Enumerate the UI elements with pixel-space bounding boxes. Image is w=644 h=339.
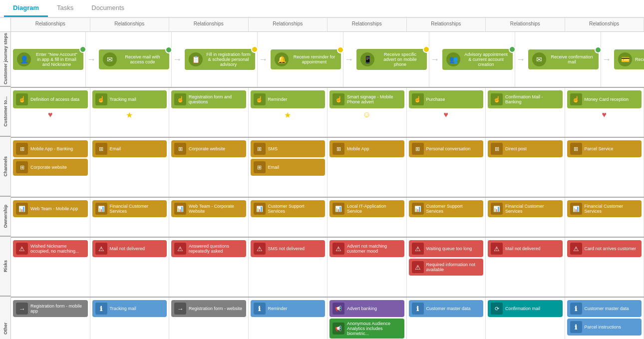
ow-cell-4: 📊 Customer Support Services — [249, 198, 328, 237]
journey-step-3[interactable]: 📋 Fill in registration form & schedule p… — [185, 49, 255, 70]
app-container: Diagram Tasks Documents Customer journey… — [0, 0, 644, 339]
ow-card-2[interactable]: 📊 Financial Customer Services — [92, 200, 167, 217]
tp-card-1[interactable]: ☝ Definition of access data — [13, 90, 88, 108]
ri-card-7[interactable]: ⚠ Mail not delivered — [488, 240, 563, 257]
main-grid: Customer journey steps Customer to... Ch… — [0, 18, 644, 339]
journey-step-8[interactable]: 💳 Receive money card — [614, 49, 644, 69]
ot-cell-8: ℹ Customer master data ℹ Parcel instruct… — [565, 298, 644, 339]
ch-card-8[interactable]: ⊞ Parcel Service — [567, 140, 642, 157]
tp-card-5[interactable]: ☝ Smart signage - Mobile Phone advert — [329, 90, 404, 108]
ot-card-8a[interactable]: ℹ Customer master data — [567, 300, 642, 317]
ri-card-8[interactable]: ⚠ Card not arrives customer — [567, 240, 642, 257]
ow-cell-7: 📊 Financial Customer Services — [486, 198, 565, 237]
tp-cell-1: ☝ Definition of access data ♥ — [11, 88, 90, 137]
ot-card-6[interactable]: ℹ Customer master data — [409, 300, 484, 317]
journey-cell-5: 📱 Receive specific advert on mobile phon… — [354, 32, 429, 87]
tp-card-2[interactable]: ☝ Tracking mail — [92, 90, 167, 108]
ot-cell-6: ℹ Customer master data — [407, 298, 486, 339]
tp-cell-7: ☝ Confirmation Mail - Banking — [486, 88, 565, 137]
tp-card-6[interactable]: ☝ Purchase — [409, 90, 484, 108]
ri-card-5[interactable]: ⚠ Advert not matching customer mood — [329, 240, 404, 257]
journey-cell-1: 👤 Enter "New Account" in app & fill in E… — [11, 32, 86, 87]
journey-arrow-4: → — [343, 54, 354, 65]
ri-cell-5: ⚠ Advert not matching customer mood — [327, 238, 407, 297]
ow-cell-8: 📊 Financial Customer Services — [565, 198, 644, 237]
ri-card-4[interactable]: ⚠ SMS not delivered — [251, 240, 325, 257]
ch-card-3[interactable]: ⊞ Corporate website — [171, 140, 246, 157]
ow-card-1[interactable]: 📊 Web Team - Mobile App — [13, 200, 88, 217]
ow-cell-1: 📊 Web Team - Mobile App — [11, 198, 90, 237]
ch-card-7[interactable]: ⊞ Direct post — [488, 140, 563, 157]
ri-card-2[interactable]: ⚠ Mail not delivered — [92, 240, 167, 257]
ch-card-1b[interactable]: ⊞ Corporate website — [13, 159, 88, 176]
ch-cell-7: ⊞ Direct post — [486, 138, 565, 197]
tp-sentiment-8: ♥ — [567, 110, 642, 119]
ri-card-6b[interactable]: ⚠ Required information not available — [409, 259, 484, 276]
ot-card-3[interactable]: → Registration form - website — [171, 300, 246, 317]
tp-card-3[interactable]: ☝ Registration form and questions — [171, 90, 246, 108]
ch-card-4a[interactable]: ⊞ SMS — [251, 140, 325, 157]
ot-cell-3: → Registration form - website — [169, 298, 249, 339]
tab-diagram[interactable]: Diagram — [4, 0, 48, 17]
ow-card-3[interactable]: 📊 Web Team - Corporate Website — [171, 200, 246, 217]
ow-cell-2: 📊 Financial Customer Services — [90, 198, 170, 237]
ow-card-5[interactable]: 📊 Local IT-Application Service — [329, 200, 404, 217]
ch-card-5[interactable]: ⊞ Mobile App — [329, 140, 404, 157]
ot-card-5b[interactable]: 📢 Anonymous Audience Analytics includes … — [329, 319, 404, 339]
ri-cell-1: ⚠ Wished Nickname occupied, no matching.… — [11, 238, 90, 297]
journey-step-7[interactable]: ✉ Receive confirmation mail — [528, 49, 599, 69]
row-labels-column: Customer journey steps Customer to... Ch… — [0, 18, 11, 339]
touchpoints-row: ☝ Definition of access data ♥ ☝ Tracking… — [11, 88, 644, 138]
ow-card-4[interactable]: 📊 Customer Support Services — [251, 200, 325, 217]
ri-cell-3: ⚠ Answered questions repeatedly asked — [169, 238, 249, 297]
tp-card-7[interactable]: ☝ Confirmation Mail - Banking — [488, 90, 563, 108]
journey-step-6[interactable]: 👥 Advisory appointment & current account… — [442, 49, 513, 70]
ot-card-1[interactable]: → Registration form - mobile app — [13, 300, 88, 317]
tp-card-8[interactable]: ☝ Money Card reception — [567, 90, 642, 108]
ri-cell-7: ⚠ Mail not delivered — [486, 238, 565, 297]
journey-row: 👤 Enter "New Account" in app & fill in E… — [11, 32, 644, 88]
ch-card-2[interactable]: ⊞ Email — [92, 140, 167, 157]
ch-cell-3: ⊞ Corporate website — [169, 138, 249, 197]
ri-cell-8: ⚠ Card not arrives customer — [565, 238, 644, 297]
ot-card-8b[interactable]: ℹ Parcel instructions — [567, 319, 642, 336]
ri-card-6a[interactable]: ⚠ Waiting queue too long — [409, 240, 484, 257]
journey-step-1[interactable]: 👤 Enter "New Account" in app & fill in E… — [13, 49, 83, 70]
ri-card-3[interactable]: ⚠ Answered questions repeatedly asked — [171, 240, 246, 257]
ri-card-1[interactable]: ⚠ Wished Nickname occupied, no matching.… — [13, 240, 88, 257]
ow-card-7[interactable]: 📊 Financial Customer Services — [488, 200, 563, 217]
journey-step-4[interactable]: 🔔 Receive reminder for appointment — [271, 49, 341, 69]
row-label-col-header — [0, 18, 10, 32]
journey-arrow-1: → — [86, 54, 97, 65]
ot-card-4[interactable]: ℹ Reminder — [251, 300, 325, 317]
col-header-5: Relationships — [327, 18, 407, 31]
ch-card-6[interactable]: ⊞ Personal conversation — [409, 140, 484, 157]
ch-card-4b[interactable]: ⊞ Email — [251, 159, 325, 176]
tab-tasks[interactable]: Tasks — [48, 0, 82, 17]
ow-cell-5: 📊 Local IT-Application Service — [327, 198, 407, 237]
ot-card-5a[interactable]: 📢 Advert banking — [329, 300, 404, 317]
row-label-other: Other — [0, 297, 10, 339]
journey-cell-6: 👥 Advisory appointment & current account… — [440, 32, 515, 87]
tp-card-4[interactable]: ☝ Reminder — [251, 90, 325, 108]
ch-card-1a[interactable]: ⊞ Mobile App - Banking — [13, 140, 88, 157]
journey-arrow-6: → — [515, 54, 526, 65]
tab-documents[interactable]: Documents — [82, 0, 133, 17]
ch-cell-1: ⊞ Mobile App - Banking ⊞ Corporate websi… — [11, 138, 90, 197]
journey-step-5[interactable]: 📱 Receive specific advert on mobile phon… — [356, 49, 427, 70]
ot-card-2[interactable]: ℹ Tracking mail — [92, 300, 167, 317]
tab-bar: Diagram Tasks Documents — [0, 0, 644, 18]
ow-card-6[interactable]: 📊 Customer Support Services — [409, 200, 484, 217]
journey-step-2[interactable]: ✉ Receive mail with access code — [99, 49, 169, 69]
col-header-8: Relationships — [565, 18, 644, 31]
tp-cell-3: ☝ Registration form and questions — [169, 88, 249, 137]
journey-arrow-2: → — [172, 54, 183, 65]
col-header-7: Relationships — [486, 18, 565, 31]
ch-cell-6: ⊞ Personal conversation — [407, 138, 486, 197]
ot-card-7[interactable]: ⟳ Confirmation mail — [488, 300, 563, 317]
ow-card-8[interactable]: 📊 Financial Customer Services — [567, 200, 642, 217]
journey-arrow-3: → — [258, 54, 269, 65]
row-label-channels: Channels — [0, 137, 10, 197]
journey-cell-4: 🔔 Receive reminder for appointment — [269, 32, 343, 87]
ot-cell-5: 📢 Advert banking 📢 Anonymous Audience An… — [327, 298, 407, 339]
